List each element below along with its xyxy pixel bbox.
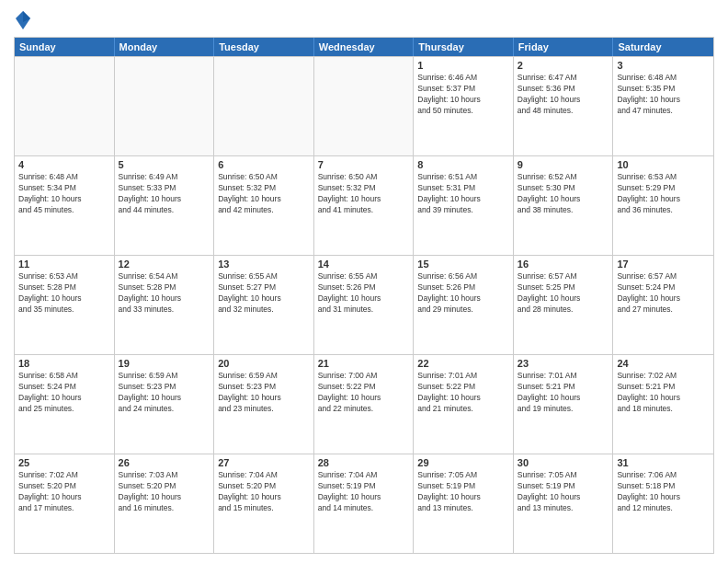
day-number: 8 [417, 159, 509, 170]
calendar-cell: 30Sunrise: 7:05 AM Sunset: 5:19 PM Dayli… [514, 454, 614, 553]
day-number: 14 [318, 259, 410, 270]
calendar-cell: 14Sunrise: 6:55 AM Sunset: 5:26 PM Dayli… [314, 256, 415, 354]
day-info: Sunrise: 6:46 AM Sunset: 5:37 PM Dayligh… [417, 73, 509, 117]
calendar-cell: 1Sunrise: 6:46 AM Sunset: 5:37 PM Daylig… [414, 57, 514, 155]
day-info: Sunrise: 7:04 AM Sunset: 5:20 PM Dayligh… [218, 470, 310, 514]
day-info: Sunrise: 6:59 AM Sunset: 5:23 PM Dayligh… [218, 371, 310, 415]
day-info: Sunrise: 6:58 AM Sunset: 5:24 PM Dayligh… [18, 371, 110, 415]
page: SundayMondayTuesdayWednesdayThursdayFrid… [0, 0, 728, 563]
day-info: Sunrise: 6:47 AM Sunset: 5:36 PM Dayligh… [518, 73, 609, 117]
day-info: Sunrise: 7:06 AM Sunset: 5:18 PM Dayligh… [617, 470, 710, 514]
calendar-cell: 4Sunrise: 6:48 AM Sunset: 5:34 PM Daylig… [15, 156, 115, 255]
day-info: Sunrise: 7:04 AM Sunset: 5:19 PM Dayligh… [318, 470, 410, 514]
calendar-cell: 13Sunrise: 6:55 AM Sunset: 5:27 PM Dayli… [214, 256, 314, 354]
day-number: 22 [417, 358, 509, 369]
day-number: 6 [218, 159, 310, 170]
calendar-cell: 11Sunrise: 6:53 AM Sunset: 5:28 PM Dayli… [15, 256, 115, 354]
day-info: Sunrise: 7:01 AM Sunset: 5:21 PM Dayligh… [518, 371, 609, 415]
calendar: SundayMondayTuesdayWednesdayThursdayFrid… [14, 37, 714, 554]
calendar-cell: 31Sunrise: 7:06 AM Sunset: 5:18 PM Dayli… [613, 454, 713, 553]
calendar-cell [15, 57, 115, 155]
day-header-saturday: Saturday [613, 38, 713, 56]
day-info: Sunrise: 6:56 AM Sunset: 5:26 PM Dayligh… [417, 271, 509, 316]
day-info: Sunrise: 6:51 AM Sunset: 5:31 PM Dayligh… [417, 172, 509, 216]
calendar-cell: 18Sunrise: 6:58 AM Sunset: 5:24 PM Dayli… [15, 355, 115, 454]
calendar-cell [314, 57, 415, 155]
day-info: Sunrise: 7:05 AM Sunset: 5:19 PM Dayligh… [417, 470, 509, 514]
day-info: Sunrise: 7:00 AM Sunset: 5:22 PM Dayligh… [318, 371, 410, 415]
calendar-cell: 8Sunrise: 6:51 AM Sunset: 5:31 PM Daylig… [414, 156, 514, 255]
day-info: Sunrise: 7:02 AM Sunset: 5:20 PM Dayligh… [18, 470, 110, 514]
day-info: Sunrise: 6:48 AM Sunset: 5:35 PM Dayligh… [617, 73, 710, 117]
day-number: 31 [617, 457, 710, 468]
day-info: Sunrise: 7:01 AM Sunset: 5:22 PM Dayligh… [417, 371, 509, 415]
calendar-cell [115, 57, 215, 155]
day-number: 15 [417, 259, 509, 270]
day-number: 28 [318, 457, 410, 468]
day-header-wednesday: Wednesday [314, 38, 415, 56]
calendar-cell: 27Sunrise: 7:04 AM Sunset: 5:20 PM Dayli… [214, 454, 314, 553]
calendar-cell: 2Sunrise: 6:47 AM Sunset: 5:36 PM Daylig… [514, 57, 614, 155]
day-number: 21 [318, 358, 410, 369]
day-number: 30 [518, 457, 609, 468]
day-number: 26 [119, 457, 210, 468]
day-header-monday: Monday [115, 38, 215, 56]
calendar-cell: 21Sunrise: 7:00 AM Sunset: 5:22 PM Dayli… [314, 355, 415, 454]
day-number: 4 [18, 159, 110, 170]
day-number: 18 [18, 358, 110, 369]
calendar-cell: 12Sunrise: 6:54 AM Sunset: 5:28 PM Dayli… [115, 256, 215, 354]
calendar-week-2: 4Sunrise: 6:48 AM Sunset: 5:34 PM Daylig… [15, 155, 713, 255]
day-info: Sunrise: 6:55 AM Sunset: 5:26 PM Dayligh… [318, 271, 410, 316]
calendar-cell: 10Sunrise: 6:53 AM Sunset: 5:29 PM Dayli… [613, 156, 713, 255]
logo-icon [14, 9, 32, 31]
calendar-cell: 19Sunrise: 6:59 AM Sunset: 5:23 PM Dayli… [115, 355, 215, 454]
day-info: Sunrise: 6:50 AM Sunset: 5:32 PM Dayligh… [218, 172, 310, 216]
calendar-body: 1Sunrise: 6:46 AM Sunset: 5:37 PM Daylig… [15, 56, 713, 553]
calendar-cell: 5Sunrise: 6:49 AM Sunset: 5:33 PM Daylig… [115, 156, 215, 255]
calendar-cell: 24Sunrise: 7:02 AM Sunset: 5:21 PM Dayli… [613, 355, 713, 454]
day-info: Sunrise: 7:05 AM Sunset: 5:19 PM Dayligh… [518, 470, 609, 514]
day-header-tuesday: Tuesday [214, 38, 314, 56]
day-info: Sunrise: 6:57 AM Sunset: 5:24 PM Dayligh… [617, 271, 710, 316]
day-number: 20 [218, 358, 310, 369]
day-info: Sunrise: 6:57 AM Sunset: 5:25 PM Dayligh… [518, 271, 609, 316]
day-info: Sunrise: 6:53 AM Sunset: 5:29 PM Dayligh… [617, 172, 710, 216]
calendar-cell: 23Sunrise: 7:01 AM Sunset: 5:21 PM Dayli… [514, 355, 614, 454]
day-number: 11 [18, 259, 110, 270]
calendar-cell: 17Sunrise: 6:57 AM Sunset: 5:24 PM Dayli… [613, 256, 713, 354]
calendar-week-4: 18Sunrise: 6:58 AM Sunset: 5:24 PM Dayli… [15, 354, 713, 454]
day-number: 7 [318, 159, 410, 170]
day-number: 16 [518, 259, 609, 270]
calendar-cell: 20Sunrise: 6:59 AM Sunset: 5:23 PM Dayli… [214, 355, 314, 454]
day-info: Sunrise: 6:50 AM Sunset: 5:32 PM Dayligh… [318, 172, 410, 216]
day-number: 24 [617, 358, 710, 369]
day-number: 23 [518, 358, 609, 369]
day-number: 10 [617, 159, 710, 170]
day-info: Sunrise: 6:53 AM Sunset: 5:28 PM Dayligh… [18, 271, 110, 316]
calendar-cell: 16Sunrise: 6:57 AM Sunset: 5:25 PM Dayli… [514, 256, 614, 354]
calendar-cell: 29Sunrise: 7:05 AM Sunset: 5:19 PM Dayli… [414, 454, 514, 553]
day-header-sunday: Sunday [15, 38, 115, 56]
header [14, 9, 714, 31]
calendar-cell: 26Sunrise: 7:03 AM Sunset: 5:20 PM Dayli… [115, 454, 215, 553]
logo [14, 9, 36, 31]
calendar-cell: 7Sunrise: 6:50 AM Sunset: 5:32 PM Daylig… [314, 156, 415, 255]
calendar-cell: 22Sunrise: 7:01 AM Sunset: 5:22 PM Dayli… [414, 355, 514, 454]
day-header-thursday: Thursday [414, 38, 514, 56]
day-info: Sunrise: 6:52 AM Sunset: 5:30 PM Dayligh… [518, 172, 609, 216]
calendar-week-3: 11Sunrise: 6:53 AM Sunset: 5:28 PM Dayli… [15, 255, 713, 354]
day-number: 5 [119, 159, 210, 170]
calendar-cell: 9Sunrise: 6:52 AM Sunset: 5:30 PM Daylig… [514, 156, 614, 255]
day-number: 27 [218, 457, 310, 468]
day-number: 25 [18, 457, 110, 468]
calendar-cell: 28Sunrise: 7:04 AM Sunset: 5:19 PM Dayli… [314, 454, 415, 553]
day-number: 29 [417, 457, 509, 468]
day-number: 13 [218, 259, 310, 270]
day-info: Sunrise: 6:54 AM Sunset: 5:28 PM Dayligh… [119, 271, 210, 316]
calendar-cell [214, 57, 314, 155]
calendar-cell: 25Sunrise: 7:02 AM Sunset: 5:20 PM Dayli… [15, 454, 115, 553]
day-header-friday: Friday [514, 38, 614, 56]
day-number: 17 [617, 259, 710, 270]
calendar-cell: 3Sunrise: 6:48 AM Sunset: 5:35 PM Daylig… [613, 57, 713, 155]
calendar-header: SundayMondayTuesdayWednesdayThursdayFrid… [15, 38, 713, 56]
